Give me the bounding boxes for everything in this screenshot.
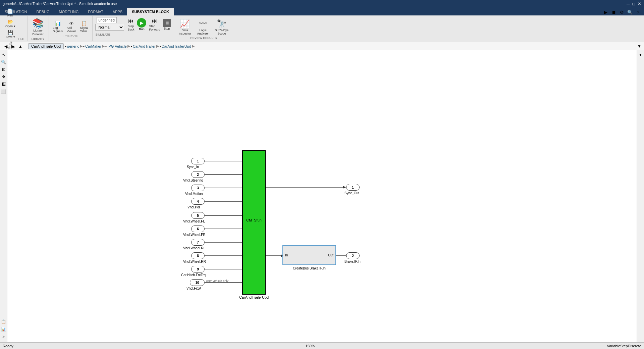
sidebar-zoom-icon[interactable]: 🔍 (1, 59, 7, 65)
sidebar-bottom-2[interactable]: 📊 (1, 326, 7, 332)
birds-eye-button[interactable]: 🔭 Bird's-EyeScope (213, 18, 231, 36)
sidebar-image-icon[interactable]: 🖼 (1, 81, 7, 87)
add-viewer-button[interactable]: 👁 AddViewer (65, 20, 77, 34)
active-tab[interactable]: CarAndTrailerUpd (28, 43, 64, 49)
left-sidebar: ↖ 🔍 ⊡ ✥ 🖼 ⬜ 📋 📊 » (0, 50, 7, 342)
nav-back-button[interactable]: ◀ (3, 43, 9, 49)
bc-carandtrailerupd[interactable]: CarAndTrailerUpd (162, 44, 191, 48)
nav-up-button[interactable]: ▲ (17, 43, 24, 49)
input-port-5[interactable]: 5 (191, 212, 205, 219)
open-button[interactable]: 📂 Open ▾ (4, 18, 17, 29)
input-port-3[interactable]: 3 (191, 185, 205, 191)
stop-button[interactable]: ⏹ Stop (163, 19, 171, 30)
port-label-2: Vhcl.Steering (183, 179, 203, 182)
canvas[interactable]: 1 Sync_In 2 Vhcl.Steering 3 Vhcl.Motion … (7, 50, 637, 342)
signal-table-button[interactable]: 📋 SignalTable (78, 20, 90, 34)
title-text: generic/.../CarAndTrailer/CarAndTrailerU… (3, 2, 117, 6)
breadcrumb-expand[interactable]: ▼ (637, 44, 641, 49)
save-button[interactable]: 💾 Save ▾ (4, 29, 17, 39)
step-forward-button[interactable]: ⏭ StepForward (148, 17, 161, 32)
port-label-6: Vhcl.Wheel.FR (183, 233, 206, 237)
play-icon[interactable]: ▶ (602, 9, 609, 15)
input-port-4[interactable]: 4 (191, 198, 205, 205)
status-text: Ready (3, 344, 13, 348)
port-label-1: Sync_In (187, 165, 199, 169)
toolbar-group-library: 📚 LibraryBrowser LIBRARY (28, 16, 49, 41)
toolbar-group-file: 📄 New 📂 Open ▾ 💾 Save ▾ 🖨 Print ▾ FILE (1, 16, 28, 41)
input-port-10[interactable]: 10 (190, 279, 205, 286)
right-panel: ▼ (637, 50, 644, 342)
breadcrumb-path: ▪ generic ▶ ▪ CarMaker ▶ ▪ IPG Vehicle ▶… (65, 44, 195, 48)
output-label-1: Sync_Out (344, 191, 359, 195)
help-icon[interactable]: ? (635, 9, 641, 15)
bc-ipgvehicle[interactable]: IPG Vehicle (107, 44, 126, 48)
zoom-level: 150% (306, 344, 315, 348)
cm-sfun-block[interactable] (242, 150, 266, 295)
run-button[interactable]: ▶ Run (137, 18, 146, 31)
cm-sfun-sublabel: CarAndTrailerUpd (232, 295, 276, 299)
port-label-5: Vhcl.Wheel.FL (183, 219, 205, 223)
stoptime-input[interactable] (97, 17, 117, 23)
port-label-7: Vhcl.Wheel.RL (183, 246, 205, 250)
createbus-block[interactable]: In Out (282, 245, 336, 265)
solver-type: VariableStepDiscrete (607, 344, 641, 348)
input-port-6[interactable]: 6 (191, 226, 205, 232)
sidebar-fit-icon[interactable]: ⊡ (1, 66, 7, 72)
toolbar: 📄 New 📂 Open ▾ 💾 Save ▾ 🖨 Print ▾ FILE 📚… (0, 15, 644, 42)
tab-subsystem-block[interactable]: SUBSYSTEM BLOCK (127, 8, 174, 15)
input-port-1[interactable]: 1 (191, 158, 205, 164)
main-area: ↖ 🔍 ⊡ ✥ 🖼 ⬜ 📋 📊 » (0, 50, 644, 342)
sim-mode-select[interactable]: Normal Accelerator (95, 24, 124, 31)
bc-carmaker[interactable]: CarMaker (85, 44, 101, 48)
bc-carandtrailer[interactable]: CarAndTrailer (133, 44, 156, 48)
minimize-button[interactable]: ─ (627, 1, 630, 6)
close-button[interactable]: ✕ (638, 1, 641, 6)
toolbar-right: ▶ ⏹ ⚙ 🔍 ? (602, 9, 644, 15)
data-inspector-button[interactable]: 📈 DataInspector (177, 18, 193, 36)
breadcrumb-bar: ◀ ▶ ▲ CarAndTrailerUpd ▪ generic ▶ ▪ Car… (0, 42, 644, 50)
tab-modeling[interactable]: MODELING (54, 8, 84, 15)
nav-forward-button[interactable]: ▶ (10, 43, 16, 49)
tab-format[interactable]: FORMAT (83, 8, 108, 15)
sidebar-bottom-expand[interactable]: » (1, 334, 7, 340)
nav-back-forward: ◀ ▶ ▲ (3, 43, 24, 49)
sidebar-pan-icon[interactable]: ✥ (1, 74, 7, 80)
sidebar-rect-icon[interactable]: ⬜ (1, 89, 7, 95)
title-bar-controls: ─ □ ✕ (627, 1, 641, 6)
input-port-2[interactable]: 2 (191, 171, 205, 178)
createbus-out-label: Out (328, 253, 333, 257)
tab-debug[interactable]: DEBUG (32, 8, 54, 15)
input-port-8[interactable]: 8 (191, 252, 205, 259)
output-port-1[interactable]: 1 (346, 184, 360, 191)
port-label-9: Car.Hitch.FrcTrq (181, 273, 206, 277)
bc-generic[interactable]: generic (67, 44, 79, 48)
port-label-8: Vhcl.Wheel.RR (183, 260, 206, 263)
maximize-button[interactable]: □ (632, 1, 635, 6)
toolbar-group-simulate: Normal Accelerator ⏮ StepBack ▶ Run ⏭ St… (93, 16, 174, 41)
svg-marker-21 (343, 186, 346, 189)
createbus-sublabel: CreateBus Brake.IF.In (282, 266, 336, 270)
search-toolbar-icon[interactable]: 🔍 (627, 9, 633, 15)
sidebar-pointer-icon[interactable]: ↖ (1, 52, 7, 58)
log-signals-button[interactable]: 📊 LogSignals (52, 20, 64, 34)
input-port-9[interactable]: 9 (191, 266, 205, 272)
sidebar-bottom-1[interactable]: 📋 (1, 319, 7, 325)
review-group-label: REVIEW RESULTS (190, 36, 217, 40)
toolbar-group-review: 📈 DataInspector 〰 LogicAnalyzer 🔭 Bird's… (174, 16, 233, 41)
logic-analyzer-button[interactable]: 〰 LogicAnalyzer (195, 18, 211, 36)
input-port-7[interactable]: 7 (191, 239, 205, 246)
new-button[interactable]: 📄 New (4, 8, 17, 18)
right-panel-icon[interactable]: ▼ (638, 52, 644, 58)
tab-apps[interactable]: APPS (108, 8, 127, 15)
createbus-in-label: In (285, 253, 288, 257)
library-group-label: LIBRARY (32, 37, 44, 41)
port-label-3: Vhcl.Motion (185, 192, 203, 196)
stop-small-icon[interactable]: ⏹ (610, 9, 617, 15)
port-note-10: user vehicle only (206, 279, 228, 283)
settings-icon[interactable]: ⚙ (619, 9, 625, 15)
library-browser-button[interactable]: 📚 LibraryBrowser (30, 17, 46, 37)
canvas-svg (7, 50, 637, 342)
title-bar: generic/.../CarAndTrailer/CarAndTrailerU… (0, 0, 644, 7)
output-port-2[interactable]: 2 (346, 252, 360, 259)
step-back-button[interactable]: ⏮ StepBack (126, 17, 136, 32)
